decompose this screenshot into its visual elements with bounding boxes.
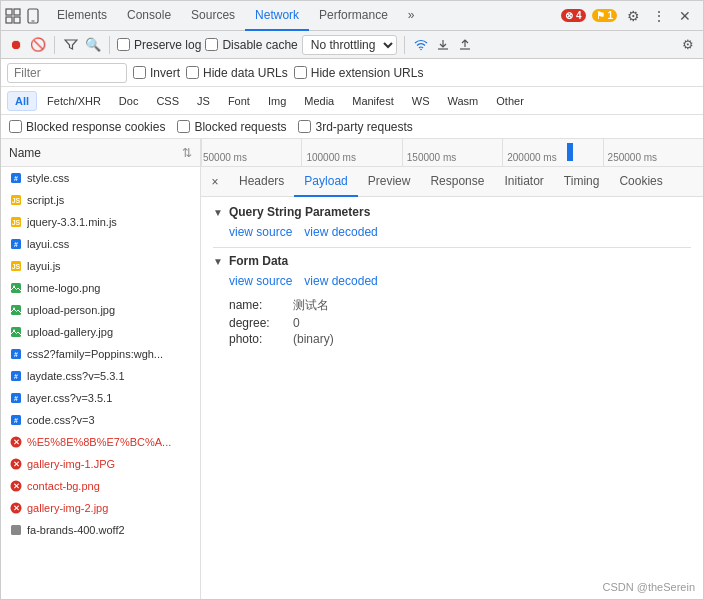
invert-label[interactable]: Invert [133, 66, 180, 80]
filter-btn-wasm[interactable]: Wasm [440, 91, 487, 111]
filter-btn-ws[interactable]: WS [404, 91, 438, 111]
filter-btn-js[interactable]: JS [189, 91, 218, 111]
filter-btn-doc[interactable]: Doc [111, 91, 147, 111]
param-row: degree:0 [229, 315, 691, 331]
list-item[interactable]: JSscript.js [1, 189, 200, 211]
filter-btn-fetch/xhr[interactable]: Fetch/XHR [39, 91, 109, 111]
list-item[interactable]: #style.css [1, 167, 200, 189]
hide-extension-urls-checkbox[interactable] [294, 66, 307, 79]
tab-console[interactable]: Console [117, 1, 181, 31]
tick-label-1: 100000 ms [306, 152, 355, 163]
list-item[interactable]: #layer.css?v=3.5.1 [1, 387, 200, 409]
css-file-icon: # [9, 369, 23, 383]
search-icon[interactable]: 🔍 [84, 36, 102, 54]
invert-checkbox[interactable] [133, 66, 146, 79]
export-icon[interactable] [456, 36, 474, 54]
filter-input[interactable] [7, 63, 127, 83]
tab-sources[interactable]: Sources [181, 1, 245, 31]
form-view-decoded-link[interactable]: view decoded [304, 274, 377, 288]
preserve-log-label[interactable]: Preserve log [117, 38, 201, 52]
svg-rect-39 [11, 525, 21, 535]
clear-icon[interactable]: 🚫 [29, 36, 47, 54]
settings-icon[interactable]: ⚙ [623, 6, 643, 26]
record-icon[interactable]: ⏺ [7, 36, 25, 54]
svg-text:JS: JS [12, 263, 21, 270]
hide-data-urls-checkbox[interactable] [186, 66, 199, 79]
form-view-source-link[interactable]: view source [229, 274, 292, 288]
third-party-label[interactable]: 3rd-party requests [298, 120, 412, 134]
list-item[interactable]: JSlayui.js [1, 255, 200, 277]
blocked-response-checkbox[interactable] [9, 120, 22, 133]
blocked-requests-label[interactable]: Blocked requests [177, 120, 286, 134]
list-item[interactable]: ✕gallery-img-2.jpg [1, 497, 200, 519]
list-item[interactable]: #code.css?v=3 [1, 409, 200, 431]
filter-btn-css[interactable]: CSS [148, 91, 187, 111]
close-devtools-icon[interactable]: ✕ [675, 6, 695, 26]
filter-btn-media[interactable]: Media [296, 91, 342, 111]
filter-btn-other[interactable]: Other [488, 91, 532, 111]
filter-btn-font[interactable]: Font [220, 91, 258, 111]
panel-tab-cookies[interactable]: Cookies [609, 167, 672, 197]
wifi-icon[interactable] [412, 36, 430, 54]
list-item[interactable]: upload-gallery.jpg [1, 321, 200, 343]
svg-rect-3 [14, 17, 20, 23]
list-item[interactable]: upload-person.jpg [1, 299, 200, 321]
error-file-icon: ✕ [9, 435, 23, 449]
list-item[interactable]: #layui.css [1, 233, 200, 255]
preserve-log-checkbox[interactable] [117, 38, 130, 51]
list-item[interactable]: ✕%E5%8E%8B%E7%BC%A... [1, 431, 200, 453]
throttle-select[interactable]: No throttling [302, 35, 397, 55]
query-string-links: view source view decoded [229, 225, 691, 239]
query-view-source-link[interactable]: view source [229, 225, 292, 239]
blocked-response-label[interactable]: Blocked response cookies [9, 120, 165, 134]
filter-btn-manifest[interactable]: Manifest [344, 91, 402, 111]
panel-tab-response[interactable]: Response [420, 167, 494, 197]
disable-cache-checkbox[interactable] [205, 38, 218, 51]
inspect-icon[interactable] [5, 8, 21, 24]
svg-text:#: # [14, 417, 18, 424]
file-name: layui.js [27, 260, 61, 272]
panel-close-button[interactable]: × [205, 172, 225, 192]
filter-btn-img[interactable]: Img [260, 91, 294, 111]
panel-tab-timing[interactable]: Timing [554, 167, 610, 197]
tab-network[interactable]: Network [245, 1, 309, 31]
list-item[interactable]: #laydate.css?v=5.3.1 [1, 365, 200, 387]
panel-tab-initiator[interactable]: Initiator [494, 167, 553, 197]
list-item[interactable]: #css2?family=Poppins:wgh... [1, 343, 200, 365]
disable-cache-label[interactable]: Disable cache [205, 38, 297, 52]
tab-performance[interactable]: Performance [309, 1, 398, 31]
query-string-section-title[interactable]: ▼ Query String Parameters [213, 205, 691, 219]
tab-more[interactable]: » [398, 1, 425, 31]
panel-tab-payload[interactable]: Payload [294, 167, 357, 197]
list-item[interactable]: JSjquery-3.3.1.min.js [1, 211, 200, 233]
network-settings-icon[interactable]: ⚙ [679, 36, 697, 54]
more-icon[interactable]: ⋮ [649, 6, 669, 26]
filter-btn-all[interactable]: All [7, 91, 37, 111]
param-value: (binary) [293, 332, 334, 346]
panel-tab-preview[interactable]: Preview [358, 167, 421, 197]
third-party-checkbox[interactable] [298, 120, 311, 133]
tab-icons-right: ⊗ 4 ⚑ 1 ⚙ ⋮ ✕ [561, 6, 699, 26]
list-item[interactable]: fa-brands-400.woff2 [1, 519, 200, 541]
import-icon[interactable] [434, 36, 452, 54]
filter-icon[interactable] [62, 36, 80, 54]
svg-rect-1 [14, 9, 20, 15]
svg-text:#: # [14, 241, 18, 248]
resize-handle[interactable]: ⇅ [182, 146, 192, 160]
hide-data-urls-label[interactable]: Hide data URLs [186, 66, 288, 80]
list-item[interactable]: home-logo.png [1, 277, 200, 299]
list-item[interactable]: ✕contact-bg.png [1, 475, 200, 497]
tab-elements[interactable]: Elements [47, 1, 117, 31]
error-file-icon: ✕ [9, 501, 23, 515]
toolbar-divider-3 [404, 36, 405, 54]
main-area: #style.cssJSscript.jsJSjquery-3.3.1.min.… [1, 167, 703, 600]
timeline-bar-col: 50000 ms 100000 ms 150000 ms 200000 ms 2… [201, 139, 703, 166]
query-view-decoded-link[interactable]: view decoded [304, 225, 377, 239]
blocked-requests-checkbox[interactable] [177, 120, 190, 133]
tick-label-2: 150000 ms [407, 152, 456, 163]
panel-tab-headers[interactable]: Headers [229, 167, 294, 197]
form-data-section-title[interactable]: ▼ Form Data [213, 254, 691, 268]
list-item[interactable]: ✕gallery-img-1.JPG [1, 453, 200, 475]
hide-extension-urls-label[interactable]: Hide extension URLs [294, 66, 424, 80]
mobile-icon[interactable] [25, 8, 41, 24]
